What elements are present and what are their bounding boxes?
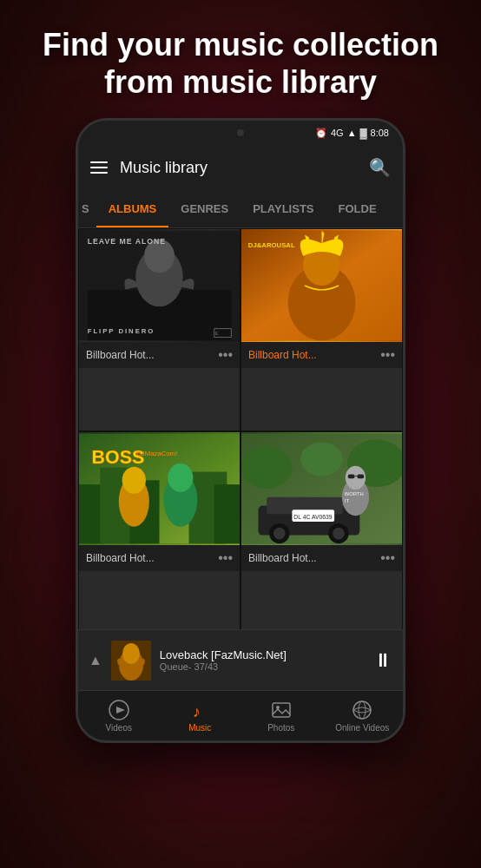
svg-text:DJ&AROUSAL: DJ&AROUSAL	[248, 242, 295, 250]
album-cover-2: DJ&AROUSAL	[241, 229, 402, 342]
nav-videos[interactable]: Videos	[78, 691, 160, 740]
time-label: 8:08	[371, 128, 389, 138]
now-playing-bar[interactable]: ▲ Loveback [FazMusic.Net] Queue- 37/43 ⏸	[78, 629, 403, 690]
photos-icon	[271, 700, 292, 720]
album-name-3: Billboard Hot...	[86, 552, 213, 564]
pause-button[interactable]: ⏸	[373, 649, 392, 672]
network-label: 4G	[331, 128, 344, 138]
album-name-2: Billboard Hot...	[248, 349, 375, 361]
search-button[interactable]: 🔍	[369, 157, 391, 178]
album-item-1[interactable]: LEAVE ME ALONE FLIPP DINERO E Billboard …	[78, 228, 240, 431]
nav-music[interactable]: ♪ Music	[160, 691, 241, 740]
album-cover-1: LEAVE ME ALONE FLIPP DINERO E	[79, 229, 240, 342]
album-more-3[interactable]: •••	[218, 550, 233, 566]
tab-genres-label: GENRES	[181, 202, 228, 215]
album-item-3[interactable]: BOSS DJMazaCom! Billboard Hot... •••	[78, 431, 240, 635]
svg-text:FLIPP DINERO: FLIPP DINERO	[88, 328, 155, 336]
album-grid: LEAVE ME ALONE FLIPP DINERO E Billboard …	[78, 228, 403, 635]
album-more-2[interactable]: •••	[380, 347, 395, 363]
svg-point-54	[353, 701, 371, 719]
now-playing-info: Loveback [FazMusic.Net] Queue- 37/43	[160, 648, 365, 672]
nav-photos[interactable]: Photos	[240, 691, 322, 740]
now-playing-thumbnail	[111, 641, 151, 681]
hamburger-line-1	[90, 161, 108, 163]
app-title: Music library	[120, 159, 357, 177]
signal-icon: ▲	[347, 128, 357, 138]
album-item-2[interactable]: DJ&AROUSAL Billboard Hot... •••	[240, 228, 403, 431]
nav-online-videos-label: Online Videos	[335, 723, 389, 733]
tab-s[interactable]: S	[78, 190, 96, 227]
nav-videos-label: Videos	[106, 723, 132, 733]
album-info-2: Billboard Hot... •••	[241, 342, 402, 368]
album-more-1[interactable]: •••	[218, 347, 233, 363]
tab-bar: S ALBUMS GENRES PLAYLISTS FOLDE	[78, 190, 403, 228]
svg-point-36	[333, 528, 345, 540]
videos-icon	[109, 700, 129, 720]
tab-playlists-label: PLAYLISTS	[253, 202, 313, 215]
svg-rect-52	[273, 703, 290, 717]
svg-marker-50	[116, 707, 125, 713]
tab-albums-label: ALBUMS	[109, 202, 157, 215]
tab-s-label: S	[82, 202, 89, 215]
tab-genres[interactable]: GENRES	[168, 190, 240, 227]
svg-point-23	[168, 464, 193, 492]
hamburger-line-3	[90, 172, 108, 174]
svg-point-55	[359, 701, 366, 719]
hero-title: Find your music collection from music li…	[35, 26, 446, 101]
tab-albums[interactable]: ALBUMS	[96, 190, 169, 227]
svg-text:DL 4C AV0639: DL 4C AV0639	[293, 514, 332, 520]
svg-point-30	[300, 443, 343, 477]
battery-icon: ▓	[360, 128, 367, 138]
album-name-4: Billboard Hot...	[248, 552, 375, 564]
nav-music-label: Music	[188, 723, 211, 733]
now-playing-queue: Queue- 37/43	[160, 661, 365, 672]
camera-dot	[237, 129, 244, 136]
alarm-icon: ⏰	[315, 128, 327, 139]
svg-rect-42	[357, 475, 364, 479]
album-cover-3: BOSS DJMazaCom!	[79, 432, 240, 545]
menu-button[interactable]	[90, 161, 108, 174]
svg-text:LEAVE ME ALONE: LEAVE ME ALONE	[88, 238, 166, 247]
tab-folders[interactable]: FOLDE	[326, 190, 389, 227]
svg-rect-41	[348, 475, 355, 479]
phone-mockup: ⏰ 4G ▲ ▓ 8:08 Music library 🔍 S ALBUMS G…	[76, 118, 405, 743]
music-icon: ♪	[189, 700, 210, 720]
bottom-navigation: Videos ♪ Music Photos Online Videos	[78, 690, 403, 740]
svg-text:♪: ♪	[193, 703, 201, 720]
tab-playlists[interactable]: PLAYLISTS	[240, 190, 326, 227]
svg-text:E: E	[215, 332, 219, 337]
album-more-4[interactable]: •••	[380, 550, 395, 566]
online-videos-icon	[352, 700, 372, 720]
app-header: Music library 🔍	[78, 145, 403, 190]
hamburger-line-2	[90, 167, 108, 168]
svg-point-34	[273, 528, 286, 540]
svg-text:WORTH: WORTH	[345, 491, 364, 496]
status-icons: ⏰ 4G ▲ ▓ 8:08	[315, 128, 389, 139]
album-info-3: Billboard Hot... •••	[79, 545, 240, 571]
album-info-4: Billboard Hot... •••	[241, 545, 402, 571]
svg-rect-19	[214, 485, 240, 544]
album-name-1: Billboard Hot...	[86, 349, 213, 361]
album-cover-4: DL 4C AV0639 WORTH IT	[241, 432, 402, 545]
hero-section: Find your music collection from music li…	[0, 0, 481, 118]
now-playing-title: Loveback [FazMusic.Net]	[160, 648, 365, 661]
tab-folders-label: FOLDE	[339, 202, 377, 215]
collapse-button[interactable]: ▲	[89, 653, 102, 668]
nav-photos-label: Photos	[267, 723, 294, 733]
album-info-1: Billboard Hot... •••	[79, 342, 240, 368]
svg-text:DJMazaCom!: DJMazaCom!	[136, 450, 177, 457]
svg-point-21	[122, 467, 146, 494]
svg-point-28	[241, 447, 292, 490]
nav-online-videos[interactable]: Online Videos	[322, 691, 404, 740]
svg-point-48	[122, 643, 140, 664]
svg-text:IT: IT	[345, 498, 350, 503]
album-item-4[interactable]: DL 4C AV0639 WORTH IT Billboard Hot... •…	[240, 431, 403, 635]
